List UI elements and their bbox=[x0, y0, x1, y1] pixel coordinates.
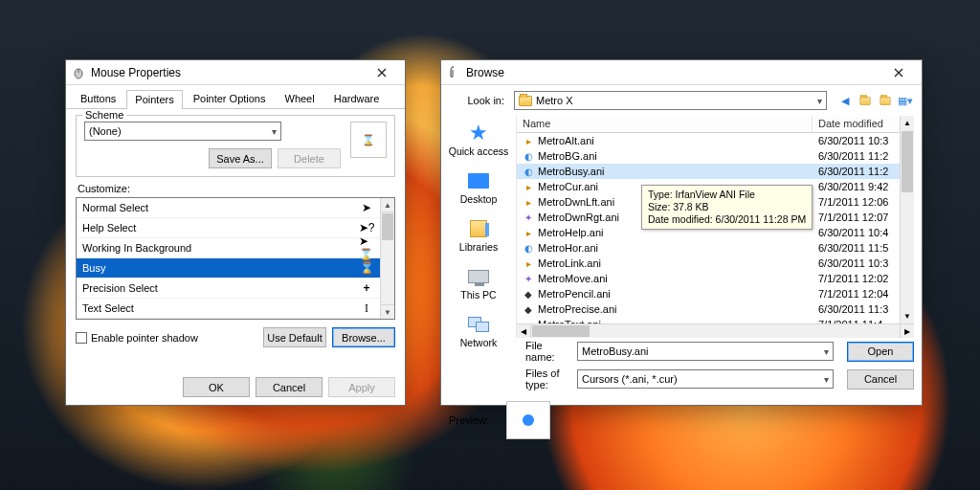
delete-button: Delete bbox=[278, 148, 341, 168]
file-name: MetroHor.ani bbox=[538, 242, 598, 254]
file-row[interactable]: ◐MetroBG.ani6/30/2011 11:2 bbox=[517, 148, 914, 164]
file-row[interactable]: ◐MetroBusy.ani6/30/2011 11:2 bbox=[517, 164, 914, 179]
preview-box bbox=[506, 401, 550, 439]
customize-item-normal[interactable]: Normal Select ➤ bbox=[77, 198, 380, 218]
scheme-select[interactable]: (None) bbox=[84, 122, 281, 141]
file-icon: ◆ bbox=[523, 288, 534, 300]
file-list: Name Date modified ▸MetroAlt.ani6/30/201… bbox=[516, 116, 914, 338]
close-icon[interactable] bbox=[365, 63, 399, 82]
up-icon[interactable] bbox=[857, 92, 874, 109]
ibeam-icon: I bbox=[359, 301, 374, 316]
save-as-button[interactable]: Save As... bbox=[209, 148, 272, 168]
arrow-hourglass-icon: ➤⌛ bbox=[359, 234, 374, 261]
close-icon[interactable] bbox=[881, 63, 916, 82]
new-folder-icon[interactable] bbox=[877, 92, 894, 109]
file-row[interactable]: ◐MetroHor.ani6/30/2011 11:5 bbox=[517, 240, 914, 256]
browse-toolbar: ◀ ▦▾ bbox=[836, 92, 914, 109]
libraries-icon bbox=[470, 220, 487, 237]
arrow-icon: ➤ bbox=[359, 201, 374, 214]
scheme-group: Scheme (None) Save As... Delete ⌛ bbox=[76, 115, 395, 177]
use-default-button[interactable]: Use Default bbox=[263, 327, 326, 347]
scroll-down-icon[interactable]: ▼ bbox=[381, 304, 394, 319]
file-name-input[interactable]: MetroBusy.ani bbox=[577, 342, 834, 361]
scroll-thumb[interactable] bbox=[902, 131, 913, 192]
pc-icon bbox=[468, 270, 489, 283]
scroll-left-icon[interactable]: ◀ bbox=[517, 324, 531, 338]
file-row[interactable]: ▸MetroText.ani7/1/2011 11:4 bbox=[517, 317, 914, 323]
file-name: MetroDwnLft.ani bbox=[538, 196, 614, 208]
col-name[interactable]: Name bbox=[517, 116, 813, 132]
tab-pointers[interactable]: Pointers bbox=[126, 90, 182, 109]
file-list-header[interactable]: Name Date modified bbox=[517, 116, 914, 133]
file-row[interactable]: ▸MetroAlt.ani6/30/2011 10:3 bbox=[517, 133, 914, 148]
file-name: MetroCur.ani bbox=[538, 181, 598, 192]
file-row[interactable]: ▸MetroLink.ani6/30/2011 10:3 bbox=[517, 256, 914, 271]
scheme-preview: ⌛ bbox=[350, 122, 387, 158]
file-row[interactable]: ✦MetroMove.ani7/1/2011 12:02 bbox=[517, 271, 914, 286]
scroll-right-icon[interactable]: ▶ bbox=[900, 324, 914, 338]
customize-item-help[interactable]: Help Select ➤? bbox=[77, 218, 380, 238]
customize-scrollbar[interactable]: ▲ ▼ bbox=[380, 198, 394, 319]
file-name: MetroDwnRgt.ani bbox=[538, 212, 619, 223]
file-tooltip: Type: IrfanView ANI File Size: 37.8 KB D… bbox=[641, 185, 813, 230]
customize-list: Normal Select ➤ Help Select ➤? Working I… bbox=[76, 197, 395, 320]
scheme-legend: Scheme bbox=[82, 109, 126, 121]
tab-buttons[interactable]: Buttons bbox=[72, 89, 124, 108]
look-in-value: Metro X bbox=[536, 95, 573, 106]
customize-item-text[interactable]: Text Select I bbox=[77, 299, 380, 319]
mouse-title: Mouse Properties bbox=[91, 66, 365, 79]
browse-button[interactable]: Browse... bbox=[332, 327, 395, 347]
file-row[interactable]: ◆MetroPencil.ani7/1/2011 12:04 bbox=[517, 286, 914, 301]
files-of-type-select[interactable]: Cursors (*.ani, *.cur) bbox=[577, 369, 834, 389]
file-name: MetroBG.ani bbox=[538, 150, 597, 162]
mouse-tabs: Buttons Pointers Pointer Options Wheel H… bbox=[66, 85, 405, 109]
file-icon: ◐ bbox=[523, 242, 534, 254]
scroll-thumb[interactable] bbox=[532, 325, 590, 337]
customize-item-busy[interactable]: Busy ⌛ bbox=[77, 258, 380, 278]
enable-shadow-checkbox[interactable]: Enable pointer shadow bbox=[76, 332, 198, 344]
view-menu-icon[interactable]: ▦▾ bbox=[897, 92, 914, 109]
places-bar: ★ Quick access Desktop Libraries This PC… bbox=[441, 116, 516, 338]
folder-icon bbox=[519, 96, 532, 106]
browse-title: Browse bbox=[466, 66, 881, 79]
file-list-hscrollbar[interactable]: ◀ ▶ bbox=[517, 323, 914, 338]
file-icon: ◐ bbox=[523, 150, 534, 162]
file-name-label: File name: bbox=[449, 340, 571, 363]
tab-pointer-options[interactable]: Pointer Options bbox=[185, 89, 275, 108]
file-icon: ▸ bbox=[523, 181, 534, 192]
customize-label: Customize: bbox=[78, 183, 395, 194]
scroll-up-icon[interactable]: ▲ bbox=[901, 116, 914, 130]
ok-button[interactable]: OK bbox=[183, 377, 250, 397]
file-icon: ◆ bbox=[523, 303, 534, 315]
mouse-titlebar[interactable]: Mouse Properties bbox=[66, 60, 405, 85]
customize-item-working[interactable]: Working In Background ➤⌛ bbox=[77, 238, 380, 258]
star-icon: ★ bbox=[466, 122, 491, 144]
file-icon: ✦ bbox=[523, 212, 534, 223]
tab-hardware[interactable]: Hardware bbox=[325, 89, 389, 108]
help-cursor-icon: ➤? bbox=[359, 221, 374, 234]
back-icon[interactable]: ◀ bbox=[836, 92, 854, 109]
tab-wheel[interactable]: Wheel bbox=[277, 89, 323, 108]
file-icon: ◐ bbox=[523, 166, 534, 177]
scroll-thumb[interactable] bbox=[382, 213, 393, 240]
place-this-pc[interactable]: This PC bbox=[441, 263, 516, 303]
scroll-down-icon[interactable]: ▼ bbox=[901, 309, 914, 323]
file-list-vscrollbar[interactable]: ▲ ▼ bbox=[900, 116, 914, 323]
place-desktop[interactable]: Desktop bbox=[441, 167, 516, 208]
file-name: MetroText.ani bbox=[538, 319, 601, 323]
open-button[interactable]: Open bbox=[847, 342, 914, 362]
place-libraries[interactable]: Libraries bbox=[441, 215, 516, 256]
mouse-icon bbox=[72, 66, 85, 79]
browse-titlebar[interactable]: Browse bbox=[441, 60, 922, 85]
cancel-button[interactable]: Cancel bbox=[847, 369, 914, 390]
customize-item-precision[interactable]: Precision Select + bbox=[77, 278, 380, 299]
look-in-select[interactable]: Metro X bbox=[514, 91, 827, 110]
file-icon: ▸ bbox=[523, 135, 534, 146]
file-name: MetroMove.ani bbox=[538, 273, 608, 284]
look-in-label: Look in: bbox=[449, 95, 508, 106]
file-icon: ▸ bbox=[523, 227, 534, 238]
file-row[interactable]: ◆MetroPrecise.ani6/30/2011 11:3 bbox=[517, 301, 914, 317]
scroll-up-icon[interactable]: ▲ bbox=[381, 198, 394, 212]
place-quick-access[interactable]: ★ Quick access bbox=[441, 120, 516, 160]
cancel-button[interactable]: Cancel bbox=[256, 377, 323, 397]
